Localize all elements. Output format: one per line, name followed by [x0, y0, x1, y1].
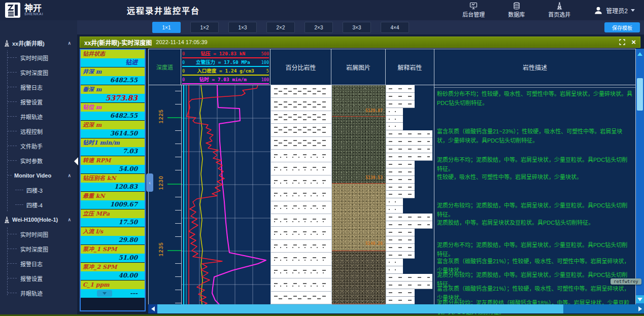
lithology-symbol-line	[274, 283, 328, 284]
interpreted-lithology-block	[386, 130, 432, 138]
sidebar-item-label: 井眼轨迹	[20, 289, 43, 297]
param-label: 转速 RPM	[81, 156, 145, 165]
sidebar-item-四楼-4[interactable]: 四楼-4	[0, 197, 77, 212]
lithology-pattern-row	[271, 137, 331, 150]
lithology-symbol-line	[274, 101, 328, 102]
interpreted-lithology-block	[386, 153, 432, 161]
save-template-button[interactable]: 保存模板	[604, 22, 640, 32]
sidebar-item-xx井(新井眼)[interactable]: xx井(新井眼)∧	[0, 36, 77, 50]
user-menu[interactable]: 管理员2	[594, 6, 635, 15]
depth-label: 1235	[158, 242, 164, 256]
sidebar-item-文件助手[interactable]: 文件助手	[0, 138, 77, 153]
scroll-right-button[interactable]	[636, 304, 644, 313]
sidebar-item-报警设置[interactable]: 报警设置	[0, 271, 77, 286]
interpreted-lithology-block	[386, 85, 415, 93]
well-tree-sidebar: xx井(新井眼)∧实时时间图实时深度图报警日志报警设置井眼轨迹远程控制文件助手实…	[0, 20, 77, 316]
sidebar-item-报警日志[interactable]: 报警日志	[0, 80, 77, 94]
lithology-symbol-line	[274, 114, 328, 115]
legend-curve-label: 入口密度 = 1.24 g/cm3	[197, 67, 254, 75]
depth-minor-tick	[175, 236, 181, 237]
sidebar-item-实时深度图[interactable]: 实时深度图	[0, 65, 77, 80]
sidebar-item-远程控制[interactable]: 远程控制	[0, 124, 77, 138]
depth-minor-tick	[175, 170, 181, 170]
depth-track-header: 深度道	[148, 49, 181, 85]
column-header-interpreted-lithology: 解释岩性	[386, 49, 434, 85]
interpreted-lithology-block	[386, 259, 403, 266]
chevron-down-icon	[103, 292, 107, 295]
layout-tab-1×3[interactable]: 1×3	[228, 22, 257, 33]
scroll-down-button[interactable]	[636, 295, 644, 303]
layout-tab-2×2[interactable]: 2×2	[266, 22, 295, 33]
nav-database[interactable]: 数据库	[508, 2, 525, 18]
scroll-left-button[interactable]	[148, 304, 157, 313]
param-block: 泵冲_1 SPM51.00	[81, 245, 145, 262]
sidebar-item-井眼轨迹[interactable]: 井眼轨迹	[0, 286, 77, 300]
param-block: 转速 RPM54.00	[81, 156, 145, 173]
depth-minor-tick	[175, 144, 181, 144]
sidebar-item-实时时间图[interactable]: 实时时间图	[0, 227, 77, 241]
depth-major-tick	[167, 250, 181, 251]
param-label: 泵冲_2 SPM	[81, 263, 145, 271]
sidebar-item-Monitor Video[interactable]: Monitor Video∧	[0, 168, 77, 183]
param-label: 泵冲_1 SPM	[81, 245, 145, 254]
lithology-symbol-line	[274, 221, 328, 222]
column-header-lithology-description: 岩性描述	[434, 49, 636, 85]
layout-tab-1×1[interactable]: 1×1	[152, 22, 181, 33]
param-value: 6482.55	[81, 112, 145, 120]
lithology-symbol-line	[389, 111, 400, 112]
param-dropdown-button[interactable]	[97, 290, 112, 297]
sidebar-item-实时参数[interactable]: 实时参数	[0, 153, 77, 168]
lithology-pattern-row	[271, 175, 331, 188]
lithology-pattern-row	[271, 150, 331, 162]
sidebar-item-报警日志[interactable]: 报警日志	[0, 256, 77, 271]
sidebar-collapse-handle[interactable]	[74, 157, 78, 165]
lithology-symbol-line	[274, 140, 328, 141]
param-value: 51.00	[81, 254, 145, 262]
sidebar-item-label: Wei-H100(Hole-1)	[12, 217, 58, 223]
photo-depth-annotation: 5149.26	[365, 241, 383, 246]
vertical-scrollbar[interactable]	[636, 49, 644, 304]
nav-well-select[interactable]: 首页选井	[548, 2, 570, 18]
sidebar-item-实时时间图[interactable]: 实时时间图	[0, 50, 77, 65]
sidebar-item-Wei-H100(Hole-1)[interactable]: Wei-H100(Hole-1)∧	[0, 212, 77, 227]
param-label: 迟深 m	[81, 121, 145, 129]
lithology-description: 泥质胶结，中等。岩屑呈块状及豆粒状。具PDC钻头切削特征。	[437, 218, 632, 227]
legend-max: 5	[266, 67, 269, 75]
legend-entry-钻压: 0钻压 = 120.83 kN500	[182, 50, 269, 58]
layout-tab-3×3[interactable]: 3×3	[343, 22, 371, 33]
layout-tab-2×3[interactable]: 2×3	[304, 22, 333, 33]
layout-tab-1×2[interactable]: 1×2	[190, 22, 219, 33]
param-label: C_1 ppm	[81, 280, 145, 289]
lithology-description: 泥质分布不均；泥质胶结，中等。岩屑呈块状，少量豆粒状。具PDC钻头切削特征。	[437, 155, 632, 173]
horizontal-scroll-thumb[interactable]	[157, 304, 563, 313]
sidebar-item-井眼轨迹[interactable]: 井眼轨迹	[0, 109, 77, 124]
sidebar-item-label: Monitor Video	[14, 172, 51, 179]
lithology-symbol-line	[274, 88, 328, 89]
panel-collapse-handle[interactable]: ‹	[146, 173, 153, 192]
lithology-symbol-line	[274, 257, 328, 258]
column-header-cuttings-photo: 岩屑图片	[331, 49, 386, 85]
close-icon[interactable]: ×	[631, 39, 636, 45]
lithology-symbol-line	[274, 107, 328, 108]
lithology-pattern-row	[271, 201, 331, 214]
lithology-pattern-row	[271, 85, 331, 98]
param-label: 入流 l/s	[81, 227, 145, 236]
layout-tab-4×4[interactable]: 4×4	[381, 22, 409, 33]
interpreted-lithology-block	[386, 244, 415, 252]
collapse-caret-icon[interactable]: ∧	[67, 41, 77, 46]
sidebar-item-实时深度图[interactable]: 实时深度图	[0, 241, 77, 256]
horizontal-scrollbar[interactable]	[148, 304, 644, 313]
sidebar-item-报警设置[interactable]: 报警设置	[0, 94, 77, 109]
realtime-parameter-panel: 钻井状态钻进井深 m6482.55垂深 m5373.83钻位 m6482.55迟…	[80, 49, 146, 311]
fullscreen-icon[interactable]	[619, 39, 625, 45]
collapse-caret-icon[interactable]: ∧	[67, 217, 77, 222]
lithology-symbol-line	[274, 180, 328, 181]
scroll-up-button[interactable]	[636, 50, 644, 58]
collapse-caret-icon[interactable]: ∧	[67, 173, 77, 178]
lithology-pattern-row	[271, 98, 331, 111]
sidebar-item-四楼-3[interactable]: 四楼-3	[0, 183, 77, 197]
vertical-scroll-thumb[interactable]	[637, 78, 643, 111]
interpreted-lithology-block	[386, 176, 415, 184]
nav-admin-monitor[interactable]: 后台管理	[462, 2, 485, 18]
lithology-symbol-line	[274, 244, 328, 245]
